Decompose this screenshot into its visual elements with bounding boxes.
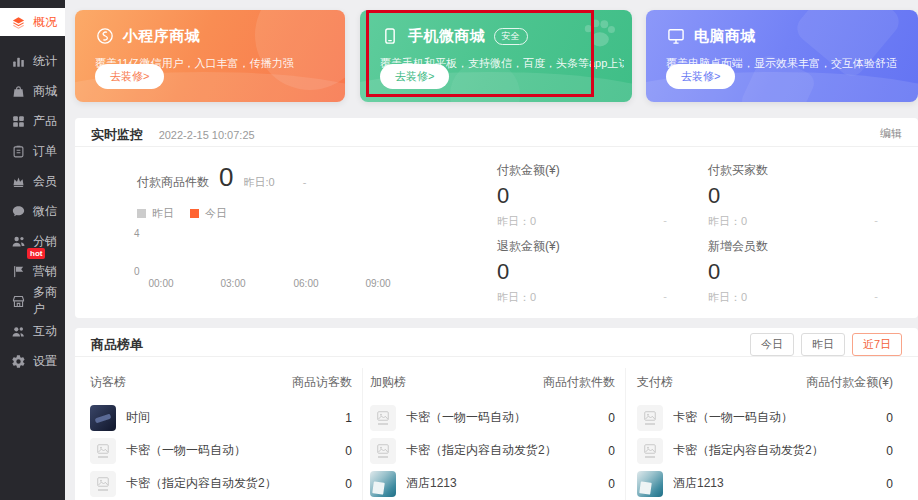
placeholder-image-icon — [370, 438, 396, 464]
product-name: 卡密（一物一码自动） — [673, 409, 878, 426]
product-ranking-panel: 商品榜单 今日 昨日 近7日 访客榜 商品访客数 时间 1 卡密（一物一码自动）… — [75, 328, 918, 500]
sidebar-item-overview[interactable]: 概况 — [0, 8, 65, 36]
product-value: 0 — [608, 477, 615, 491]
stat-value: 0 — [497, 183, 667, 209]
stat-yesterday: 昨日：0 — [708, 214, 747, 229]
sidebar-item-members[interactable]: 会员 — [0, 166, 65, 196]
ranking-row[interactable]: 时间 1 — [90, 401, 352, 434]
product-value: 0 — [886, 477, 893, 491]
ranking-row[interactable]: 卡密（指定内容自动发货2） 0 — [90, 467, 352, 500]
paid-amount-stat: 付款金额(¥) 0 昨日：0- — [497, 162, 667, 229]
ranking-row[interactable]: 卡密（指定内容自动发货2） 0 — [637, 434, 893, 467]
ranking-row[interactable]: 卡密（一物一码自动） 0 — [370, 401, 615, 434]
ranking-row[interactable]: 卡密（一物一码自动） 0 — [90, 434, 352, 467]
sidebar-item-label: 分销 — [33, 233, 57, 250]
tab-yesterday[interactable]: 昨日 — [801, 333, 845, 356]
bar-chart-icon — [11, 54, 26, 69]
column-value-header: 商品付款金额(¥) — [806, 374, 893, 391]
stat-yesterday: 昨日：0 — [497, 214, 536, 229]
wechat-chat-icon — [11, 204, 26, 219]
sidebar-item-marketing[interactable]: hot 营销 — [0, 256, 65, 286]
sidebar-item-settings[interactable]: 设置 — [0, 346, 65, 376]
miniprogram-mall-card: 小程序商城 覆盖11亿微信用户，入口丰富，传播力强 去装修> — [75, 10, 345, 102]
stat-label: 付款商品件数 — [137, 174, 209, 191]
sidebar-item-mall[interactable]: 商城 — [0, 76, 65, 106]
tab-today[interactable]: 今日 — [750, 333, 794, 356]
placeholder-image-icon — [637, 438, 663, 464]
product-value: 0 — [608, 411, 615, 425]
stat-dash: - — [663, 214, 667, 229]
hot-badge: hot — [27, 248, 45, 259]
legend-swatch-yesterday — [137, 209, 146, 218]
crown-icon — [11, 174, 26, 189]
pc-mall-card: 电脑商城 覆盖电脑桌面端，显示效果丰富，交互体验舒适 去装修> — [646, 10, 918, 102]
column-divider — [362, 368, 363, 500]
products-grid-icon — [11, 114, 26, 129]
placeholder-image-icon — [90, 471, 116, 497]
ranking-row[interactable]: 酒店1213 0 — [370, 467, 615, 500]
product-name: 酒店1213 — [673, 475, 878, 492]
legend-label-today: 今日 — [205, 206, 227, 221]
product-thumbnail — [90, 405, 116, 431]
ranking-row[interactable]: 酒店1213 0 — [637, 467, 893, 500]
stat-label: 付款买家数 — [708, 162, 878, 179]
x-axis-tick: 06:00 — [288, 278, 324, 289]
product-name: 卡密（指定内容自动发货2） — [126, 475, 337, 492]
ranking-row[interactable]: 卡密（一物一码自动） 0 — [637, 401, 893, 434]
stat-value: 0 — [708, 183, 878, 209]
sidebar-item-products[interactable]: 产品 — [0, 106, 65, 136]
chart-legend: 昨日 今日 — [137, 206, 227, 221]
desktop-icon — [666, 26, 686, 46]
add-to-cart-ranking-column: 加购榜 商品付款件数 卡密（一物一码自动） 0 卡密（指定内容自动发货2） 0 … — [370, 366, 615, 500]
y-axis-tick: 4 — [134, 228, 140, 239]
placeholder-image-icon — [90, 438, 116, 464]
sidebar-item-stats[interactable]: 统计 — [0, 46, 65, 76]
refund-amount-stat: 退款金额(¥) 0 昨日：0- — [497, 238, 667, 305]
sidebar-item-orders[interactable]: 订单 — [0, 136, 65, 166]
sidebar-item-wechat[interactable]: 微信 — [0, 196, 65, 226]
x-axis-tick: 00:00 — [143, 278, 179, 289]
stat-yesterday: 昨日:0 — [243, 175, 274, 190]
orders-clipboard-icon — [11, 144, 26, 159]
new-members-stat: 新增会员数 0 昨日：0- — [708, 238, 878, 305]
column-header: 加购榜 — [370, 374, 406, 391]
tab-last-7-days[interactable]: 近7日 — [852, 333, 902, 356]
sidebar-item-label: 商城 — [33, 83, 57, 100]
sidebar-item-label: 产品 — [33, 113, 57, 130]
decorate-button[interactable]: 去装修> — [95, 64, 164, 89]
product-value: 0 — [345, 477, 352, 491]
legend-label-yesterday: 昨日 — [152, 206, 174, 221]
product-name: 卡密（指定内容自动发货2） — [406, 442, 600, 459]
mobile-mall-card: 手机微商城 安全 覆盖手机和平板，支持微信，百度，头条等app上访问 去装修> — [360, 10, 632, 102]
product-value: 0 — [345, 444, 352, 458]
y-axis-tick: 0 — [134, 266, 140, 277]
decorate-button[interactable]: 去装修> — [666, 64, 735, 89]
paid-buyers-stat: 付款买家数 0 昨日：0- — [708, 162, 878, 229]
product-value: 0 — [608, 444, 615, 458]
multi-store-icon — [11, 294, 26, 309]
x-axis-tick: 09:00 — [360, 278, 396, 289]
product-thumbnail — [370, 471, 396, 497]
sidebar-item-label: 营销 — [33, 263, 57, 280]
annotation-red-box — [366, 10, 594, 97]
sidebar: 概况 统计 商城 产品 订单 会员 微信 分销 hot 营销 多商户 互动 — [0, 0, 65, 500]
settings-gear-icon — [11, 354, 26, 369]
visitors-ranking-column: 访客榜 商品访客数 时间 1 卡密（一物一码自动） 0 卡密（指定内容自动发货2… — [90, 366, 352, 500]
sidebar-item-label: 订单 — [33, 143, 57, 160]
product-name: 酒店1213 — [406, 475, 600, 492]
column-divider — [625, 368, 626, 500]
stat-label: 付款金额(¥) — [497, 162, 667, 179]
stat-value: 0 — [708, 259, 878, 285]
card-title: 小程序商城 — [123, 27, 201, 46]
monitor-timestamp: 2022-2-15 10:07:25 — [159, 129, 255, 141]
sidebar-item-interaction[interactable]: 互动 — [0, 316, 65, 346]
product-name: 卡密（指定内容自动发货2） — [673, 442, 878, 459]
sidebar-item-multi-store[interactable]: 多商户 — [0, 286, 65, 316]
column-value-header: 商品访客数 — [292, 374, 352, 391]
stat-dash: - — [303, 176, 307, 188]
edit-link[interactable]: 编辑 — [880, 126, 902, 141]
stat-yesterday: 昨日：0 — [497, 290, 536, 305]
stat-label: 退款金额(¥) — [497, 238, 667, 255]
ranking-row[interactable]: 卡密（指定内容自动发货2） 0 — [370, 434, 615, 467]
sidebar-item-label: 设置 — [33, 353, 57, 370]
